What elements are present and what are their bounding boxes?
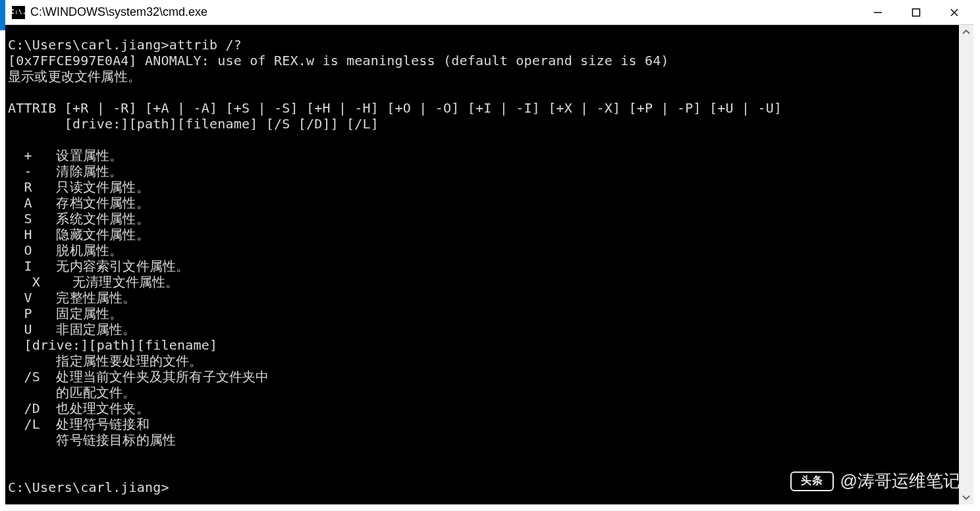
watermark: 头条 @涛哥运维笔记	[790, 470, 960, 493]
cmd-window: C:\. C:\WINDOWS\system32\cmd.exe C:\User…	[5, 0, 973, 504]
prompt-line: C:\Users\carl.jiang>	[8, 479, 169, 495]
maximize-button[interactable]	[897, 1, 935, 24]
output-line: I 无内容索引文件属性。	[8, 258, 189, 274]
output-line: 指定属性要处理的文件。	[8, 353, 203, 369]
output-line: [0x7FFCE997E0A4] ANOMALY: use of REX.w i…	[8, 53, 669, 68]
scroll-up-arrow-icon[interactable]	[959, 25, 973, 40]
output-line: [drive:][path][filename] [/S [/D]] [/L]	[8, 116, 379, 132]
output-line: V 完整性属性。	[8, 290, 136, 306]
minimize-button[interactable]	[859, 1, 897, 24]
output-line: O 脱机属性。	[8, 242, 122, 258]
watermark-text: @涛哥运维笔记	[840, 470, 960, 493]
output-line: 显示或更改文件属性。	[8, 68, 141, 84]
prompt-line: C:\Users\carl.jiang>attrib /?	[8, 37, 242, 53]
left-blue-strip	[0, 0, 5, 30]
output-line: - 清除属性。	[8, 163, 122, 179]
terminal-output[interactable]: C:\Users\carl.jiang>attrib /? [0x7FFCE99…	[5, 25, 959, 504]
output-line: 的匹配文件。	[8, 385, 136, 400]
scroll-down-arrow-icon[interactable]	[959, 490, 973, 504]
output-line: R 只读文件属性。	[8, 179, 150, 195]
vertical-scrollbar[interactable]	[959, 25, 973, 504]
titlebar[interactable]: C:\. C:\WINDOWS\system32\cmd.exe	[5, 0, 973, 25]
output-line: /L 处理符号链接和	[8, 416, 150, 432]
close-button[interactable]	[935, 1, 973, 24]
output-line: /D 也处理文件夹。	[8, 400, 150, 416]
output-line: /S 处理当前文件夹及其所有子文件夹中	[8, 369, 269, 385]
output-line: H 隐藏文件属性。	[8, 227, 150, 242]
output-line: [drive:][path][filename]	[8, 337, 217, 353]
output-line: A 存档文件属性。	[8, 195, 150, 211]
svg-rect-1	[913, 9, 920, 16]
output-line: ATTRIB [+R | -R] [+A | -A] [+S | -S] [+H…	[8, 100, 782, 116]
output-line: + 设置属性。	[8, 148, 122, 163]
output-line: X 无清理文件属性。	[8, 274, 179, 290]
output-line: 符号链接目标的属性	[8, 432, 176, 448]
watermark-logo: 头条	[790, 471, 834, 491]
output-line: S 系统文件属性。	[8, 211, 150, 227]
output-line: U 非固定属性。	[8, 321, 136, 337]
cmd-icon: C:\.	[12, 6, 25, 19]
window-title: C:\WINDOWS\system32\cmd.exe	[30, 5, 207, 19]
output-line: P 固定属性。	[8, 306, 122, 321]
